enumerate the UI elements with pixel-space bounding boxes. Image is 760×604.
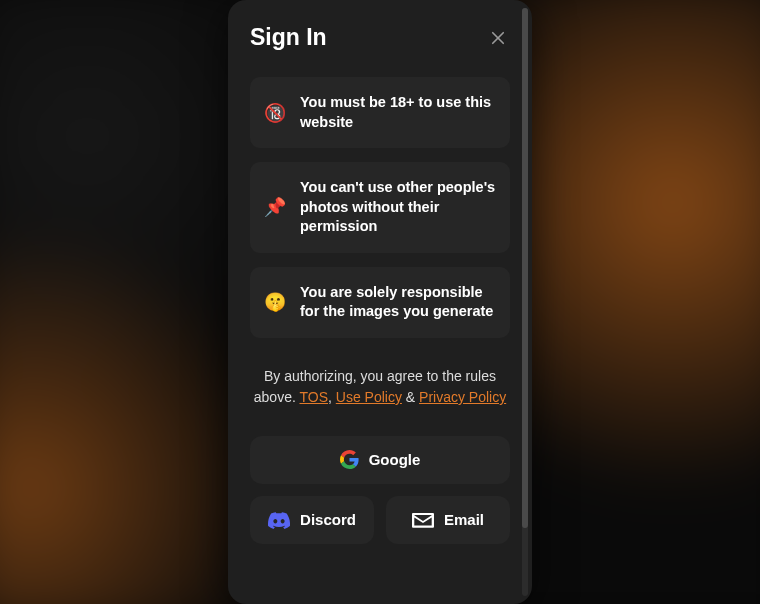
modal-header: Sign In xyxy=(250,24,510,51)
age-icon: 🔞 xyxy=(264,102,286,124)
discord-signin-button[interactable]: Discord xyxy=(250,496,374,544)
rule-text: You are solely responsible for the image… xyxy=(300,283,496,322)
scrollbar-thumb[interactable] xyxy=(522,8,528,528)
scrollbar-track[interactable] xyxy=(522,8,528,596)
discord-button-label: Discord xyxy=(300,511,356,528)
responsible-icon: 🤫 xyxy=(264,291,286,313)
separator: & xyxy=(402,389,419,405)
rule-text: You can't use other people's photos with… xyxy=(300,178,496,237)
secondary-signin-row: Discord Email xyxy=(250,496,510,544)
close-icon xyxy=(489,29,507,47)
rules-list: 🔞 You must be 18+ to use this website 📌 … xyxy=(250,77,510,338)
agreement-text: By authorizing, you agree to the rules a… xyxy=(250,366,510,408)
discord-icon xyxy=(268,512,290,528)
close-button[interactable] xyxy=(486,26,510,50)
google-icon xyxy=(340,450,359,469)
rule-item: 🤫 You are solely responsible for the ima… xyxy=(250,267,510,338)
modal-title: Sign In xyxy=(250,24,327,51)
email-signin-button[interactable]: Email xyxy=(386,496,510,544)
privacy-policy-link[interactable]: Privacy Policy xyxy=(419,389,506,405)
signin-modal: Sign In 🔞 You must be 18+ to use this we… xyxy=(228,0,532,604)
separator: , xyxy=(328,389,336,405)
use-policy-link[interactable]: Use Policy xyxy=(336,389,402,405)
tos-link[interactable]: TOS xyxy=(299,389,328,405)
email-button-label: Email xyxy=(444,511,484,528)
rule-item: 🔞 You must be 18+ to use this website xyxy=(250,77,510,148)
email-icon xyxy=(412,513,434,527)
rule-text: You must be 18+ to use this website xyxy=(300,93,496,132)
google-signin-button[interactable]: Google xyxy=(250,436,510,484)
pin-icon: 📌 xyxy=(264,196,286,218)
google-button-label: Google xyxy=(369,451,421,468)
rule-item: 📌 You can't use other people's photos wi… xyxy=(250,162,510,253)
